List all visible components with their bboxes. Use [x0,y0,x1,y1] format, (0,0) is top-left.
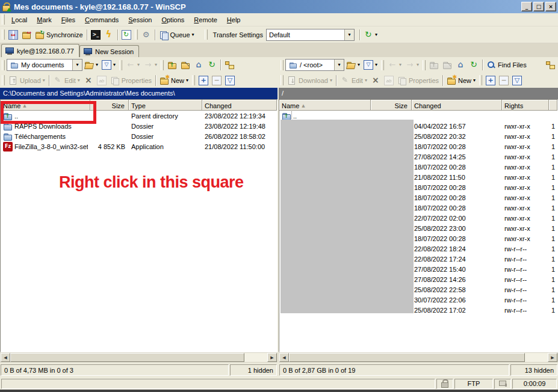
toolbar-grip[interactable] [381,60,384,70]
queue-button[interactable]: Queue▾ [157,28,196,41]
commander-transfer-button[interactable]: ↔ [20,28,33,41]
console-commands-button[interactable]: ϟ [102,28,116,41]
menu-options[interactable]: Options [157,14,189,25]
toolbar-grip[interactable] [119,60,122,70]
synchronize-browsing-button[interactable]: ↻Synchronize [33,28,85,41]
remote-open-directory-button[interactable]: ▾ [344,58,362,72]
column-header-name[interactable]: Name▲ [279,100,371,111]
toolbar-grip[interactable] [135,29,138,40]
local-back-button[interactable]: ←▾ [124,58,141,72]
scroll-left-icon[interactable]: ◀ [1,353,10,362]
menu-commands[interactable]: Commands [80,14,123,25]
column-header-size[interactable]: Size [371,100,412,111]
maximize-icon[interactable]: □ [533,2,544,11]
toolbar-grip[interactable] [281,75,284,85]
remote-expand-button[interactable]: + [484,74,497,87]
local-filter2-button[interactable]: ▽ [223,74,237,87]
column-header-rights[interactable]: Rights [502,100,549,111]
preferences-layout-button[interactable]: ↔ [7,28,20,41]
remote-parent-directory-button[interactable]: ↑ [427,58,441,72]
local-open-directory-button[interactable]: ▾ [82,58,100,72]
local-root-directory-button[interactable]: ⟍ [179,58,192,72]
scrollbar-thumb[interactable] [10,353,244,362]
transfer-options-button[interactable]: ↻▾ [362,28,379,41]
menu-remote[interactable]: Remote [189,14,222,25]
close-icon[interactable]: × [545,2,556,11]
toolbar-grip[interactable] [2,14,5,25]
menu-files[interactable]: Files [57,14,80,25]
remote-properties-button[interactable]: Properties [395,74,441,87]
remote-back-button[interactable]: ←▾ [386,58,403,72]
toolbar-grip[interactable] [161,60,164,70]
open-console-button[interactable]: >_ [89,28,102,41]
separator [482,60,483,70]
menu-mark[interactable]: Mark [32,14,56,25]
local-properties-button[interactable]: Properties [108,74,153,87]
column-header-changed[interactable]: Changed [202,100,277,111]
chevron-down-icon[interactable]: ▾ [334,60,344,70]
local-forward-button[interactable]: →▾ [141,58,159,72]
local-delete-button[interactable]: × [82,74,95,87]
chevron-down-icon[interactable]: ▾ [344,29,354,40]
toolbar-grip[interactable] [2,29,5,40]
remote-horizontal-scrollbar[interactable]: ◀ ▶ [279,352,558,363]
menu-local[interactable]: Local [7,14,32,25]
find-files-button[interactable]: Find Files [485,58,529,72]
remote-filter2-button[interactable]: ▽ [510,74,524,87]
remote-filter-button[interactable]: ▽▾ [362,58,379,72]
local-file-row[interactable]: Téléchargements Dossier 26/08/2022 18:58… [1,131,277,141]
local-tree-button[interactable] [223,58,236,72]
refresh-remote-button[interactable]: ↻ [120,28,133,41]
local-drive-selector[interactable]: My documents ▾ [7,59,82,71]
scroll-right-icon[interactable]: ▶ [267,353,277,362]
cell-owner: 1 [549,225,557,232]
remote-delete-button[interactable]: × [369,74,382,87]
remote-tree-button[interactable] [544,58,557,72]
upload-button[interactable]: ↑Upload▾ [7,74,47,87]
local-home-directory-button[interactable]: ⌂ [192,58,205,72]
local-horizontal-scrollbar[interactable]: ◀ ▶ [0,352,277,363]
scroll-left-icon[interactable]: ◀ [279,353,289,362]
session-tab-active[interactable]: kyle@192.168.0.77 [1,44,79,57]
minimize-icon[interactable]: _ [521,2,532,11]
local-file-row[interactable]: FzFileZilla_3-8-0_win32-set... 4 852 KB … [1,141,277,152]
toolbar-grip[interactable] [281,60,284,70]
local-collapse-button[interactable]: − [210,74,223,87]
local-rename-button[interactable]: ab [95,74,108,87]
menu-help[interactable]: Help [222,14,246,25]
scrollbar-thumb[interactable] [289,353,525,362]
preferences-button[interactable]: ⚙ [140,28,153,41]
remote-collapse-button[interactable]: − [497,74,510,87]
toolbar-grip[interactable] [423,60,426,70]
transfer-settings-dropdown[interactable]: Default ▾ [266,29,355,41]
column-header-type[interactable]: Type [129,100,202,111]
toolbar-grip[interactable] [205,29,208,40]
new-session-tab[interactable]: New Session [79,45,139,57]
local-expand-button[interactable]: + [197,74,210,87]
remote-drive-selector[interactable]: / <root> ▾ [285,59,344,71]
download-button[interactable]: ↓Download▾ [285,74,334,87]
menu-session[interactable]: Session [123,14,157,25]
remote-root-directory-button[interactable]: ⟍ [441,58,454,72]
remote-rename-button[interactable]: ab [382,74,395,87]
column-header-changed[interactable]: Changed [412,100,502,111]
toolbar-grip[interactable] [192,75,195,85]
toolbar-grip[interactable] [2,75,5,85]
chevron-down-icon[interactable]: ▾ [72,60,82,70]
local-filter-button[interactable]: ▽▾ [100,58,117,72]
remote-new-button[interactable]: ✱New▾ [445,74,477,87]
remote-refresh-button[interactable]: ↻ [467,58,480,72]
toolbar-grip[interactable] [479,75,482,85]
local-refresh-button[interactable]: ↻ [205,58,219,72]
local-new-button[interactable]: ✱New▾ [158,74,190,87]
local-path-bar[interactable]: C:\Documents and Settings\Administrator\… [0,88,277,99]
remote-edit-button[interactable]: ✎Edit▾ [338,74,369,87]
local-edit-button[interactable]: ✎Edit▾ [51,74,82,87]
local-parent-directory-button[interactable]: ↑ [166,58,179,72]
scroll-right-icon[interactable]: ▶ [548,353,557,362]
remote-home-directory-button[interactable]: ⌂ [454,58,467,72]
remote-forward-button[interactable]: →▾ [403,58,421,72]
toolbar-grip[interactable] [2,60,5,70]
remote-path-bar[interactable]: / [279,88,558,99]
column-header-extra[interactable] [549,100,557,111]
